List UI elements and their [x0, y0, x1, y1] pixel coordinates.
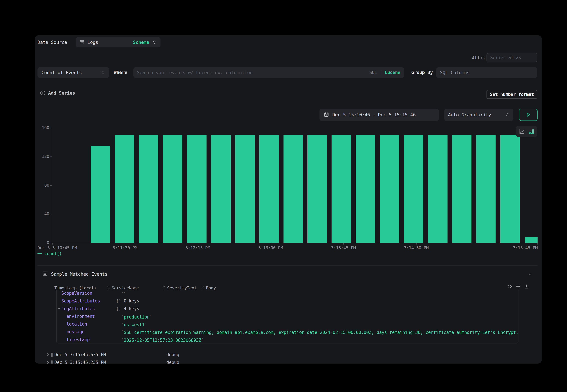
- granularity-select[interactable]: Auto Granularity: [444, 109, 513, 121]
- attribute-key: location: [67, 320, 87, 328]
- log-attribute-row[interactable]: ScopeVersion"": [56, 290, 518, 297]
- column-header-body[interactable]: Body: [201, 285, 216, 291]
- download-icon[interactable]: [524, 284, 529, 289]
- attribute-key: ScopeAttributes: [61, 297, 100, 305]
- chart-bar[interactable]: [500, 135, 520, 243]
- drag-handle-icon[interactable]: [107, 286, 110, 290]
- column-header-severitytext[interactable]: SeverityText: [162, 285, 197, 291]
- x-axis-tick-label: 3:13:00 PM: [258, 245, 283, 250]
- group-by-label: Group By: [411, 70, 433, 75]
- row-severity: debug: [166, 352, 179, 358]
- key-count: 4 keys: [121, 306, 139, 311]
- alias-label: Alias: [472, 56, 485, 60]
- column-header-timestamp[interactable]: Timestamp (Local): [54, 285, 97, 291]
- add-series-button[interactable]: Add Series: [40, 89, 75, 97]
- code-icon[interactable]: [507, 284, 512, 289]
- row-timestamp: Dec 5 3:15:45.235 PM: [54, 360, 106, 364]
- y-axis-tick-label: 80: [35, 183, 49, 188]
- chart-bar[interactable]: [404, 135, 423, 243]
- braces-icon: {}: [116, 306, 121, 311]
- chart-bar[interactable]: [115, 135, 134, 243]
- chart-bar[interactable]: [356, 135, 375, 243]
- legend-label: count(): [44, 251, 62, 256]
- x-axis-tick: [125, 243, 125, 245]
- alias-input[interactable]: [490, 55, 534, 60]
- search-input-wrap: SQL | Lucene: [133, 67, 404, 78]
- collapse-triangle-icon[interactable]: [57, 307, 61, 310]
- x-axis-tick-label: 3:12:15 PM: [185, 245, 210, 250]
- x-axis-tick: [271, 243, 271, 245]
- log-attribute-row[interactable]: ScopeAttributes{} 0 keys: [56, 297, 518, 305]
- attribute-key: ScopeVersion: [61, 290, 92, 297]
- where-label: Where: [114, 70, 127, 75]
- string-value: production: [124, 314, 150, 320]
- calendar-icon: [324, 112, 329, 117]
- aggregation-select[interactable]: Count of Events: [38, 67, 109, 78]
- chevron-right-icon[interactable]: [46, 360, 50, 364]
- chart-bar[interactable]: [91, 146, 110, 243]
- table-row[interactable]: Dec 5 3:15:45.635 PMdebug: [35, 352, 541, 358]
- log-attribute-row[interactable]: message"SSL certificate expiration warni…: [56, 328, 518, 336]
- chevron-right-icon[interactable]: [46, 353, 50, 357]
- chart-bar[interactable]: [139, 135, 158, 243]
- chart-bar[interactable]: [332, 135, 351, 243]
- y-axis-tick: [50, 214, 52, 214]
- chart-bar[interactable]: [476, 135, 496, 243]
- x-axis-tick-label: 3:13:45 PM: [331, 245, 356, 250]
- x-axis-tick: [343, 243, 344, 245]
- chart-bar[interactable]: [307, 135, 327, 243]
- log-attribute-row[interactable]: timestamp"2025-12-05T13:57:23.082306893Z…: [56, 336, 518, 343]
- drag-handle-icon[interactable]: [201, 286, 204, 290]
- line-chart-icon[interactable]: [519, 128, 525, 134]
- time-range-picker[interactable]: Dec 5 15:10:46 - Dec 5 15:15:46: [319, 109, 439, 121]
- key-count: 0 keys: [121, 298, 139, 304]
- aggregation-value: Count of Events: [41, 70, 82, 75]
- time-range-value: Dec 5 15:10:46 - Dec 5 15:15:46: [332, 112, 416, 117]
- bar-chart-icon[interactable]: [528, 128, 534, 134]
- chevron-updown-icon: [152, 40, 157, 45]
- run-query-button[interactable]: [519, 109, 538, 121]
- chart-bar[interactable]: [259, 135, 279, 243]
- legend-swatch: [38, 253, 42, 254]
- chart-bar[interactable]: [525, 237, 538, 243]
- severity-bar: [51, 353, 53, 357]
- chart-bar[interactable]: [283, 135, 303, 243]
- chevron-up-icon[interactable]: [528, 272, 533, 277]
- chart-bar[interactable]: [452, 135, 471, 243]
- column-header-servicename[interactable]: ServiceName: [107, 285, 139, 291]
- attribute-value: "us-west1": [122, 320, 517, 329]
- attribute-key: message: [67, 328, 84, 336]
- chart-bar[interactable]: [428, 135, 447, 243]
- divider: [38, 266, 538, 266]
- log-attribute-row[interactable]: environment"production": [56, 312, 518, 320]
- set-number-format-button[interactable]: Set number format: [486, 90, 537, 99]
- quote-mark: ": [122, 314, 124, 318]
- drag-handle-icon[interactable]: [162, 286, 165, 290]
- chart-bar[interactable]: [163, 135, 182, 243]
- wrap-text-icon[interactable]: [516, 284, 521, 289]
- sql-option[interactable]: SQL: [369, 70, 377, 75]
- y-axis-tick: [50, 128, 52, 128]
- chart-bar[interactable]: [187, 135, 207, 243]
- chart-bar[interactable]: [211, 135, 231, 243]
- plus-circle-icon: [40, 90, 45, 96]
- data-source-select[interactable]: Logs Schema: [76, 37, 161, 47]
- attribute-key: LogAttributes: [61, 305, 95, 312]
- attribute-value: {} 4 keys: [116, 305, 517, 312]
- log-attribute-row[interactable]: location"us-west1": [56, 320, 518, 328]
- quote-mark: ": [122, 291, 124, 295]
- chart-bar[interactable]: [380, 135, 399, 243]
- group-by-input[interactable]: [440, 70, 534, 75]
- string-value: SSL certificate expiration warning, doma…: [124, 330, 517, 335]
- log-attribute-row[interactable]: LogAttributes{} 4 keys: [56, 305, 518, 312]
- lucene-option[interactable]: Lucene: [385, 70, 400, 75]
- search-input[interactable]: [137, 70, 366, 75]
- chart-explorer-card: Data Source Logs Schema Alias Count of E…: [35, 35, 541, 364]
- quote-mark: ": [124, 291, 126, 295]
- attribute-key: environment: [67, 312, 95, 320]
- table-row[interactable]: Dec 5 3:15:45.235 PMdebug: [35, 360, 541, 364]
- play-icon: [526, 112, 531, 117]
- y-axis-tick-label: 40: [35, 211, 49, 217]
- sql-lucene-toggle[interactable]: SQL | Lucene: [369, 70, 400, 75]
- chart-bar[interactable]: [235, 135, 255, 243]
